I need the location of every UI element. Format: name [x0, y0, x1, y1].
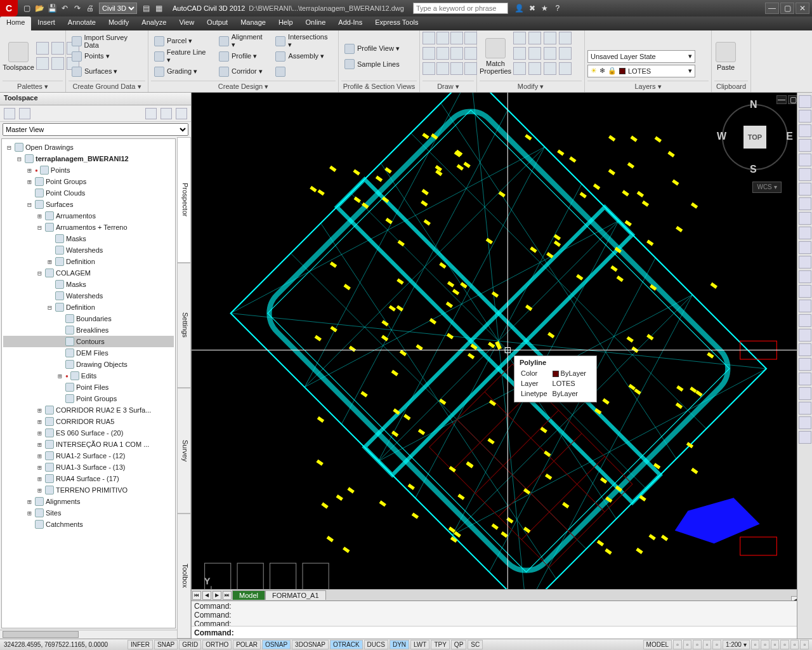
view-cube[interactable]: N S E W TOP: [717, 99, 793, 175]
modify-icon[interactable]: [528, 62, 541, 75]
status-tray-item[interactable]: ▫: [673, 640, 682, 649]
status-tray-item[interactable]: MODEL: [643, 640, 672, 649]
ribbon-tab-express tools[interactable]: Express Tools: [369, 17, 424, 30]
status-tpy[interactable]: TPY: [431, 640, 449, 649]
nav-tool-icon[interactable]: [799, 285, 811, 298]
tree-node[interactable]: Masks: [3, 279, 174, 290]
tree-node[interactable]: ⊟Definition: [3, 302, 174, 313]
drawing-canvas[interactable]: YX N S E W TOP WCS ▾ Polyline ColorByLay…: [192, 93, 812, 639]
viewcube-s[interactable]: S: [750, 164, 757, 175]
palette-icon[interactable]: [51, 42, 64, 55]
ribbon-tab-help[interactable]: Help: [272, 17, 299, 30]
qat-undo-icon[interactable]: ↶: [60, 3, 70, 13]
viewcube-w[interactable]: W: [717, 131, 726, 142]
status-qp[interactable]: QP: [451, 640, 466, 649]
copy-icon[interactable]: [528, 32, 541, 44]
draw-icon[interactable]: [464, 32, 477, 44]
nav-tool-icon[interactable]: [799, 212, 811, 225]
status-snap[interactable]: SNAP: [154, 640, 178, 649]
panel-title-design[interactable]: Create Design ▾: [151, 81, 336, 92]
nav-tool-icon[interactable]: [799, 329, 811, 342]
palette-icon[interactable]: [36, 57, 49, 70]
tree-node[interactable]: ⊞RUA1-3 Surface - (13): [3, 461, 174, 473]
draw-icon[interactable]: [436, 62, 449, 75]
nav-tool-icon[interactable]: [799, 139, 811, 152]
tab-nav-prev[interactable]: ◀: [202, 591, 211, 600]
tree-node[interactable]: Breaklines: [3, 324, 174, 336]
cut-icon[interactable]: [739, 44, 750, 56]
nav-tool-icon[interactable]: [799, 154, 811, 166]
draw-pline-icon[interactable]: [436, 32, 449, 44]
status-tray-item[interactable]: ▫: [693, 640, 702, 649]
status-tray-item[interactable]: 1:200 ▾: [723, 640, 750, 649]
ribbon-cmd[interactable]: Assembly ▾: [272, 50, 336, 63]
tree-node[interactable]: ⊞Definition: [3, 256, 174, 267]
nav-tool-icon[interactable]: [799, 168, 811, 181]
tree-hscroll[interactable]: [0, 630, 177, 639]
panel-title-modify[interactable]: Modify ▾: [480, 81, 582, 92]
palette-icon[interactable]: [36, 42, 49, 55]
panel-title-profile[interactable]: Profile & Section Views: [341, 81, 417, 92]
ribbon-tab-view[interactable]: View: [173, 17, 200, 30]
paste-button[interactable]: Paste: [714, 32, 737, 81]
workspace-switcher[interactable]: Civil 3D: [99, 3, 137, 14]
draw-icon[interactable]: [450, 47, 463, 60]
draw-icon[interactable]: [450, 62, 463, 75]
tree-node[interactable]: ⊞RUA4 Surface - (17): [3, 473, 174, 484]
toolspace-tab-survey[interactable]: Survey: [177, 388, 191, 514]
viewcube-e[interactable]: E: [786, 131, 793, 142]
status-tray-item[interactable]: ▫: [712, 640, 721, 649]
ribbon-tab-analyze[interactable]: Analyze: [135, 17, 173, 30]
ribbon-tab-manage[interactable]: Manage: [234, 17, 272, 30]
tree-node[interactable]: ⊞Sites: [3, 507, 174, 519]
toolspace-tab-settings[interactable]: Settings: [177, 263, 191, 388]
nav-tool-icon[interactable]: [799, 256, 811, 269]
match-properties-button[interactable]: Match Properties: [480, 32, 511, 81]
model-tab[interactable]: Model: [232, 590, 265, 600]
tree-node[interactable]: ⊞Point Groups: [3, 176, 174, 187]
draw-arc-icon[interactable]: [450, 32, 463, 44]
help-icon[interactable]: ?: [553, 3, 563, 13]
draw-icon[interactable]: [422, 62, 435, 75]
status-sc[interactable]: SC: [468, 640, 483, 649]
tree-node[interactable]: ⊞RUA1-2 Surface - (12): [3, 450, 174, 461]
status-tray-item[interactable]: ▫: [703, 640, 712, 649]
nav-tool-icon[interactable]: [799, 227, 811, 239]
status-tray-item[interactable]: ▫: [683, 640, 692, 649]
tree-node[interactable]: Point Files: [3, 381, 174, 393]
app-logo[interactable]: C: [0, 0, 18, 17]
ribbon-cmd[interactable]: Profile View ▾: [341, 42, 403, 56]
nav-tool-icon[interactable]: [799, 241, 811, 254]
tab-nav-last[interactable]: ⏭: [223, 591, 232, 600]
status-otrack[interactable]: OTRACK: [330, 640, 363, 649]
tree-node[interactable]: ⊞TERRENO PRIMITIVO: [3, 484, 174, 496]
status-dyn[interactable]: DYN: [390, 640, 409, 649]
status-ortho[interactable]: ORTHO: [202, 640, 232, 649]
ribbon-tab-insert[interactable]: Insert: [31, 17, 62, 30]
draw-line-icon[interactable]: [422, 32, 435, 44]
rotate-icon[interactable]: [544, 32, 556, 44]
doc-min-button[interactable]: —: [776, 95, 787, 104]
ribbon-cmd[interactable]: Grading ▾: [151, 65, 214, 79]
ribbon-tab-output[interactable]: Output: [200, 17, 234, 30]
nav-tool-icon[interactable]: [799, 197, 811, 210]
draw-circle-icon[interactable]: [422, 47, 435, 60]
nav-tool-icon[interactable]: [799, 358, 811, 371]
status-polar[interactable]: POLAR: [233, 640, 261, 649]
nav-tool-icon[interactable]: [799, 183, 811, 196]
tab-nav-next[interactable]: ▶: [213, 591, 221, 600]
ribbon-cmd[interactable]: Parcel ▾: [151, 34, 214, 48]
prospector-tree[interactable]: ⊟Open Drawings⊟terraplanagem_BWERANI12⊞●…: [1, 138, 176, 628]
layer-dropdown[interactable]: ☀❄🔒LOTES▾: [587, 65, 695, 77]
tree-node[interactable]: ⊞●Points: [3, 164, 174, 176]
tree-node[interactable]: DEM Files: [3, 347, 174, 359]
master-view-dropdown[interactable]: Master View: [3, 123, 188, 136]
draw-rect-icon[interactable]: [436, 47, 449, 60]
tree-node[interactable]: ⊟COLAGEM: [3, 267, 174, 279]
tree-node[interactable]: Contours: [3, 336, 174, 347]
ribbon-cmd[interactable]: Points ▾: [69, 50, 145, 63]
qat-open-icon[interactable]: 📂: [34, 3, 44, 13]
status-tray-item[interactable]: ▫: [751, 640, 760, 649]
ribbon-cmd[interactable]: Profile ▾: [216, 50, 270, 63]
search-input[interactable]: [413, 3, 508, 14]
